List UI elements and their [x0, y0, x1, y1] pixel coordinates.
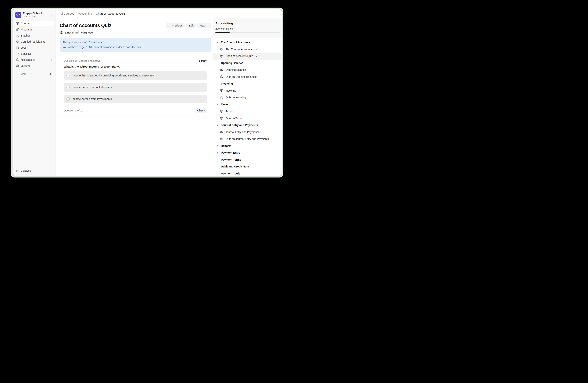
- question-text: What is the 'Direct Income' of a company…: [64, 65, 207, 68]
- outline-item-quiz-on-journal-entry-and-payments[interactable]: Quiz on Journal Entry and Payments: [213, 135, 282, 142]
- chevron-right-icon: [216, 165, 219, 168]
- previous-button[interactable]: Previous: [166, 23, 185, 28]
- answer-option-2[interactable]: Income earned on bank deposits: [64, 83, 207, 92]
- breadcrumb-accounting[interactable]: Accounting: [78, 12, 92, 15]
- next-button[interactable]: Next: [197, 23, 211, 28]
- sidebar-item-more[interactable]: More: [14, 71, 54, 77]
- top-bar: All Courses/Accounting/Chart of Accounts…: [56, 9, 282, 18]
- outline-item-chart-of-accounts-quiz[interactable]: Chart of Accounts Quiz: [213, 53, 282, 60]
- question-marks: 1 Mark: [199, 59, 207, 62]
- chevron-right-icon: [207, 24, 209, 27]
- completed-check-icon: [239, 89, 242, 92]
- chevron-down-icon: [216, 103, 219, 106]
- course-progress-header: Accounting 22% completed: [213, 18, 282, 38]
- outline-item-quiz-on-opening-balances[interactable]: Quiz on Opening Balances: [213, 74, 282, 80]
- sidebar-item-label: Programs: [21, 28, 32, 31]
- outline-section-payment-terms[interactable]: Payment Terms: [213, 156, 282, 163]
- avatar: [60, 31, 63, 34]
- radio-button[interactable]: [66, 97, 70, 101]
- chevron-down-icon: [216, 62, 219, 64]
- breadcrumb: All Courses/Accounting/Chart of Accounts…: [60, 12, 125, 15]
- outline-item-label: Quiz on Journal Entry and Payments: [226, 137, 269, 140]
- outline-section-journal-entry-and-payments[interactable]: Journal Entry and Payments: [213, 122, 282, 129]
- chevron-right-icon: [16, 73, 19, 75]
- outline-item-quiz-on-invoicing[interactable]: Quiz on Invoicing: [213, 94, 282, 101]
- course-completed-label: 22% completed: [215, 27, 280, 30]
- outline-item-journal-entry-and-payments[interactable]: Journal Entry and Payments: [213, 129, 282, 136]
- question-progress: Question 1 of 10: [64, 109, 83, 112]
- lesson-video-icon: [220, 110, 223, 113]
- quiz-main-panel: Chart of Accounts Quiz Previous Edit Nex…: [56, 18, 213, 176]
- answer-option-3[interactable]: Income earned from investments: [64, 95, 207, 103]
- outline-item-label: Quiz on Invoicing: [226, 96, 246, 99]
- outline-section-taxes[interactable]: Taxes: [213, 101, 282, 108]
- author-row: Linet Sherin Varghese: [60, 31, 211, 34]
- breadcrumb-separator: /: [94, 12, 94, 15]
- collapse-arrow-icon: [16, 169, 19, 172]
- outline-item-quiz-on-taxes[interactable]: Quiz on Taxes: [213, 115, 282, 122]
- completed-check-icon: [256, 55, 259, 57]
- sidebar-item-label: Statistics: [21, 52, 31, 55]
- outline-item-taxes[interactable]: Taxes: [213, 108, 282, 115]
- sidebar-item-label: Batches: [21, 34, 30, 37]
- outline-section-payment-tools[interactable]: Payment Tools: [213, 170, 282, 176]
- sidebar-item-certified-participants[interactable]: Certified Participants: [14, 39, 54, 44]
- chevron-left-icon: [168, 24, 171, 27]
- outline-item-opening-balance[interactable]: Opening Balance: [213, 66, 282, 74]
- course-outline-sidebar: Accounting 22% completed The Chart of Ac…: [213, 18, 282, 176]
- outline-section-reports[interactable]: Reports: [213, 142, 282, 150]
- check-button[interactable]: Check: [195, 108, 207, 113]
- radio-button[interactable]: [66, 74, 70, 77]
- question-instruction: Choose one answer: [79, 59, 101, 62]
- radio-button[interactable]: [66, 86, 70, 89]
- sidebar-item-programs[interactable]: Programs: [14, 27, 54, 32]
- app-window-frame: Frappe School Jannat Patel CoursesProgra…: [11, 8, 283, 177]
- chevron-right-icon: [216, 172, 219, 175]
- outline-section-label: Payment Tools: [221, 172, 240, 175]
- outline-section-the-chart-of-accounts[interactable]: The Chart of Accounts: [213, 39, 282, 46]
- workspace-switcher[interactable]: Frappe School Jannat Patel: [14, 11, 54, 18]
- breadcrumb-all-courses[interactable]: All Courses: [60, 12, 74, 15]
- quiz-question-icon: [220, 96, 223, 99]
- chevron-right-icon: [216, 152, 219, 154]
- chevron-right-icon: [216, 158, 219, 161]
- sidebar-item-quizzes[interactable]: Quizzes: [14, 63, 54, 69]
- outline-section-label: Taxes: [221, 103, 229, 106]
- outline-section-invoicing[interactable]: Invoicing: [213, 80, 282, 87]
- outline-item-label: Journal Entry and Payments: [226, 131, 259, 134]
- outline-section-opening-balance[interactable]: Opening Balance: [213, 60, 282, 67]
- outline-item-invoicing[interactable]: Invoicing: [213, 87, 282, 94]
- sidebar-item-statistics[interactable]: Statistics: [14, 51, 54, 57]
- collapse-sidebar-button[interactable]: Collapse: [14, 168, 54, 173]
- lesson-video-icon: [220, 47, 223, 51]
- breadcrumb-chart-of-accounts-quiz: Chart of Accounts Quiz: [96, 12, 125, 15]
- brand-user: Jannat Patel: [23, 15, 42, 18]
- notification-count-badge: 1: [51, 58, 52, 61]
- outline-section-label: The Chart of Accounts: [221, 41, 250, 44]
- edit-button[interactable]: Edit: [186, 23, 196, 28]
- route-icon: [16, 28, 19, 31]
- bell-icon: [16, 58, 19, 61]
- outline-item-label: Taxes: [226, 110, 233, 113]
- answer-option-label: Income that is earned by providing goods…: [72, 74, 156, 77]
- course-outline-tree: The Chart of AccountsThe Chart of Accoun…: [213, 38, 282, 176]
- outline-section-label: Reports: [221, 144, 231, 147]
- briefcase-icon: [16, 46, 19, 49]
- quiz-actions: Previous Edit Next: [166, 23, 211, 28]
- outline-section-payment-entry[interactable]: Payment Entry: [213, 149, 282, 156]
- completed-check-icon: [249, 69, 252, 71]
- sidebar-item-courses[interactable]: Courses: [14, 21, 54, 26]
- outline-section-label: Debit and Credit Note: [221, 165, 249, 168]
- trending-up-icon: [16, 52, 19, 55]
- sidebar-item-jobs[interactable]: Jobs: [14, 45, 54, 50]
- outline-item-the-chart-of-accounts[interactable]: The Chart of Accounts: [213, 46, 282, 53]
- sidebar-item-label: Courses: [21, 22, 31, 25]
- answer-option-label: Income earned on bank deposits: [72, 86, 112, 89]
- help-circle-icon: [16, 64, 19, 67]
- answer-option-1[interactable]: Income that is earned by providing goods…: [64, 71, 207, 80]
- course-progress-fill: [215, 32, 230, 33]
- add-item-button[interactable]: [49, 73, 52, 76]
- sidebar-item-batches[interactable]: Batches: [14, 33, 54, 38]
- outline-section-debit-and-credit-note[interactable]: Debit and Credit Note: [213, 163, 282, 170]
- sidebar-item-notifications[interactable]: Notifications1: [14, 57, 54, 62]
